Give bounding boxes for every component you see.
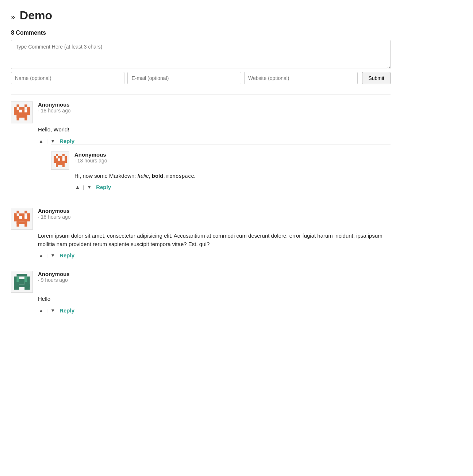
svg-rect-13 [17,115,19,120]
comment-time: · 18 hours ago [74,158,107,164]
arrow-icon: » [11,13,15,21]
svg-rect-31 [17,211,19,213]
comment-block: Anonymous · 18 hours ago Hello, World! ▲… [11,95,391,199]
comment-block-nested: Anonymous · 18 hours ago Hi, now some Ma… [51,145,391,195]
comments-heading: 8 Comments [11,30,391,36]
comment-meta: Anonymous · 18 hours ago [38,208,71,220]
svg-rect-27 [62,158,65,161]
comment-block: Anonymous · 18 hours ago Lorem ipsum dol… [11,201,391,262]
avatar [11,271,33,293]
form-row: Submit [11,72,391,84]
comment-author: Anonymous [38,208,71,214]
downvote-button[interactable]: ▼ [86,184,92,191]
svg-rect-53 [17,277,19,282]
svg-rect-44 [24,221,27,227]
website-input[interactable] [244,72,358,84]
reply-button[interactable]: Reply [95,184,112,190]
upvote-button[interactable]: ▲ [38,252,44,259]
downvote-button[interactable]: ▼ [50,252,56,259]
svg-rect-52 [24,287,30,290]
submit-button[interactable]: Submit [362,72,391,84]
page-title: » Demo [11,9,391,22]
svg-rect-41 [19,216,22,219]
svg-rect-29 [62,163,65,167]
svg-rect-50 [19,279,25,285]
svg-rect-17 [62,154,65,156]
vote-separator: | [46,308,47,313]
avatar [11,101,33,123]
svg-rect-2 [24,104,27,107]
svg-rect-1 [17,104,19,107]
svg-rect-12 [24,110,27,112]
svg-rect-43 [17,221,19,227]
comment-time: · 18 hours ago [38,108,71,114]
svg-rect-48 [14,284,30,287]
avatar [11,208,33,230]
comments-list: Anonymous · 18 hours ago Hello, World! ▲… [11,95,391,318]
reply-button[interactable]: Reply [58,307,76,314]
reply-button[interactable]: Reply [58,252,76,258]
comment-author: Anonymous [74,151,107,158]
svg-rect-16 [56,154,58,156]
comment-header: Anonymous · 18 hours ago [11,101,391,123]
comment-actions: ▲ | ▼ Reply [38,307,391,314]
upvote-button[interactable]: ▲ [74,184,81,191]
svg-rect-51 [14,287,19,290]
svg-rect-28 [56,163,58,167]
comment-meta: Anonymous · 9 hours ago [38,271,70,283]
comment-header: Anonymous · 9 hours ago [11,271,391,293]
svg-rect-25 [65,156,67,163]
comment-block: Anonymous · 9 hours ago Hello ▲ | ▼ Repl… [11,264,391,318]
svg-rect-9 [14,107,16,115]
comment-actions: ▲ | ▼ Reply [74,184,391,191]
vote-separator: | [46,253,47,258]
comment-header: Anonymous · 18 hours ago [51,151,391,170]
comment-body: Hello, World! [38,126,391,134]
svg-rect-10 [27,107,30,115]
reply-button[interactable]: Reply [58,138,76,144]
comment-textarea[interactable] [11,40,391,69]
upvote-button[interactable]: ▲ [38,138,44,145]
comment-form: Submit [11,40,391,84]
comment-time: · 9 hours ago [38,277,70,283]
svg-rect-14 [24,115,27,120]
comment-author: Anonymous [38,101,71,108]
comment-body: Hi, now some Markdown: Italic, bold, mon… [74,172,391,180]
svg-rect-54 [24,277,27,282]
name-input[interactable] [11,72,124,84]
comment-actions: ▲ | ▼ Reply [38,138,391,145]
svg-rect-19 [58,156,62,158]
comment-body: Lorem ipsum dolor sit amet, consectetur … [38,232,391,248]
vote-separator: | [83,184,84,190]
comment-header: Anonymous · 18 hours ago [11,208,391,230]
downvote-button[interactable]: ▼ [50,138,56,145]
comment-actions: ▲ | ▼ Reply [38,252,391,259]
comment-author: Anonymous [38,271,70,277]
upvote-button[interactable]: ▲ [38,307,44,314]
downvote-button[interactable]: ▼ [50,307,56,314]
comment-meta: Anonymous · 18 hours ago [38,101,71,114]
email-input[interactable] [127,72,241,84]
comment-meta: Anonymous · 18 hours ago [74,151,107,164]
comment-time: · 18 hours ago [38,214,71,220]
avatar [51,151,69,170]
svg-rect-24 [54,156,56,163]
svg-rect-39 [14,214,16,222]
vote-separator: | [46,138,47,144]
svg-rect-11 [19,110,22,112]
svg-rect-32 [24,211,27,213]
svg-rect-42 [24,216,27,219]
svg-rect-4 [19,107,25,110]
comment-body: Hello [38,295,391,303]
svg-rect-34 [19,214,25,216]
svg-rect-26 [58,158,60,161]
svg-rect-49 [17,274,27,276]
svg-rect-40 [27,214,30,222]
